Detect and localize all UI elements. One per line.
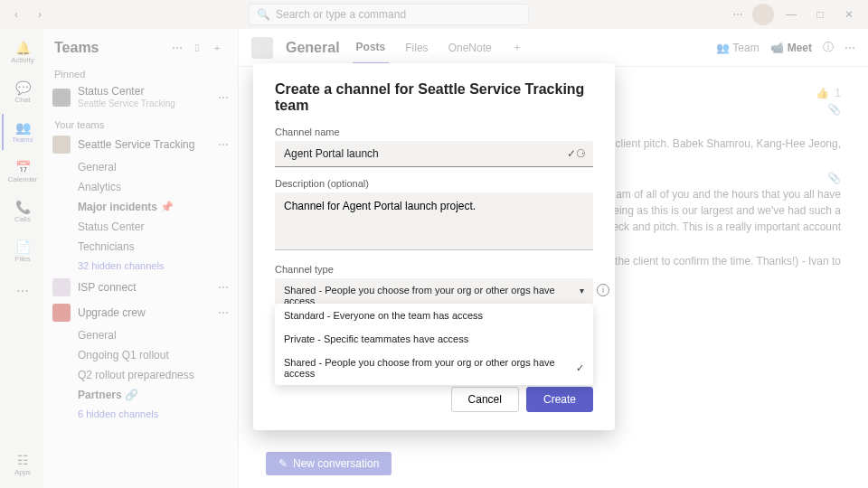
check-icon: ✓⚆ — [567, 147, 586, 160]
option-shared[interactable]: Shared - People you choose from your org… — [275, 351, 593, 385]
channel-name-input[interactable] — [275, 141, 593, 167]
info-icon[interactable]: i — [597, 284, 609, 296]
option-private[interactable]: Private - Specific teammates have access — [275, 327, 593, 351]
channel-name-label: Channel name — [275, 127, 593, 137]
description-input[interactable] — [275, 192, 593, 250]
modal-title: Create a channel for Seattle Service Tra… — [275, 81, 593, 114]
chevron-down-icon: ▾ — [580, 286, 584, 296]
create-channel-modal: Create a channel for Seattle Service Tra… — [253, 63, 615, 430]
option-standard[interactable]: Standard - Everyone on the team has acce… — [275, 304, 593, 327]
check-icon: ✓ — [576, 362, 584, 374]
channel-type-label: Channel type — [275, 264, 593, 275]
description-label: Description (optional) — [275, 178, 593, 189]
cancel-button[interactable]: Cancel — [451, 387, 519, 412]
create-button[interactable]: Create — [526, 387, 593, 412]
channel-type-dropdown: Standard - Everyone on the team has acce… — [275, 304, 593, 385]
